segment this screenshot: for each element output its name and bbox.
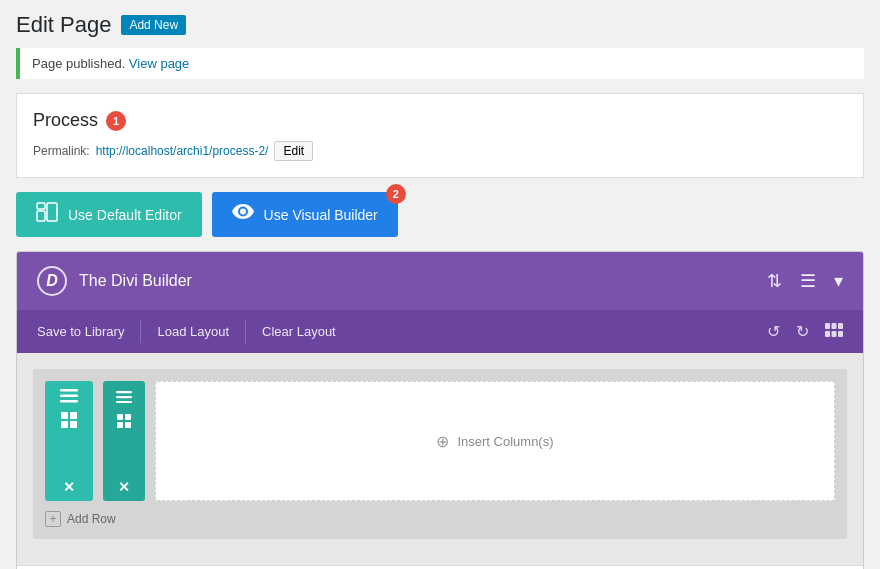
default-editor-label: Use Default Editor [68,207,182,223]
svg-rect-22 [125,422,131,428]
divi-title: The Divi Builder [79,272,192,290]
view-page-link[interactable]: View page [129,56,189,71]
column-block-2: ✕ [103,381,145,501]
svg-rect-6 [825,331,830,337]
svg-rect-13 [70,412,77,419]
column-1-menu-icon[interactable] [60,387,78,408]
svg-rect-1 [37,211,45,221]
post-title: Process [33,110,98,131]
visual-builder-badge: 2 [386,184,406,204]
save-to-library-button[interactable]: Save to Library [37,320,141,343]
svg-rect-0 [37,203,45,209]
column-1-delete-icon[interactable]: ✕ [63,479,75,495]
visual-builder-icon [232,204,254,225]
visual-builder-label: Use Visual Builder [264,207,378,223]
svg-rect-19 [117,414,123,420]
load-layout-button[interactable]: Load Layout [141,320,246,343]
svg-rect-20 [125,414,131,420]
default-editor-button[interactable]: Use Default Editor [16,192,202,237]
add-new-button[interactable]: Add New [121,15,186,35]
divi-header-right: ⇅ ☰ ▾ [767,270,843,292]
svg-rect-5 [838,323,843,329]
grid-layout-icon[interactable] [825,323,843,341]
clear-layout-button[interactable]: Clear Layout [246,320,352,343]
section-row: ✕ [45,381,835,501]
permalink-label: Permalink: [33,144,90,158]
svg-rect-12 [61,412,68,419]
permalink-edit-button[interactable]: Edit [274,141,313,161]
divi-toolbar: Save to Library Load Layout Clear Layout… [17,310,863,353]
svg-rect-17 [116,396,132,398]
add-row-icon: + [45,511,61,527]
svg-rect-18 [116,401,132,403]
svg-rect-8 [838,331,843,337]
add-row-label: Add Row [67,512,116,526]
column-2-module-icon[interactable] [117,412,131,433]
menu-icon[interactable]: ☰ [800,270,816,292]
chevron-down-icon[interactable]: ▾ [834,270,843,292]
default-editor-icon [36,202,58,227]
post-notification-badge: 1 [106,111,126,131]
notice-text: Page published. [32,56,129,71]
post-title-row: Process 1 [33,110,847,131]
permalink-url[interactable]: http://localhost/archi1/process-2/ [96,144,269,158]
builder-buttons: Use Default Editor Use Visual Builder 2 [16,192,864,237]
page-wrapper: Edit Page Add New Page published. View p… [0,0,880,569]
svg-rect-11 [60,400,78,403]
builder-bottom: + Standard Section | Fullwidth Section |… [17,565,863,569]
svg-rect-3 [825,323,830,329]
redo-icon[interactable]: ↻ [796,322,809,341]
column-block-1: ✕ [45,381,93,501]
divi-toolbar-right: ↺ ↻ [767,322,843,341]
svg-rect-21 [117,422,123,428]
visual-builder-button[interactable]: Use Visual Builder 2 [212,192,398,237]
svg-rect-2 [47,203,57,221]
insert-column-text: Insert Column(s) [457,434,553,449]
svg-rect-10 [60,395,78,398]
divi-header: D The Divi Builder ⇅ ☰ ▾ [17,252,863,310]
svg-rect-16 [116,391,132,393]
undo-icon[interactable]: ↺ [767,322,780,341]
divi-logo: D [37,266,67,296]
column-1-module-icon[interactable] [61,412,77,433]
column-2-menu-icon[interactable] [116,387,132,408]
add-row-bar[interactable]: + Add Row [45,511,835,527]
svg-rect-15 [70,421,77,428]
builder-canvas: ✕ [17,353,863,565]
divi-header-left: D The Divi Builder [37,266,192,296]
insert-column-area[interactable]: ⊕ Insert Column(s) [155,381,835,501]
column-2-delete-icon[interactable]: ✕ [118,479,130,495]
permalink-row: Permalink: http://localhost/archi1/proce… [33,141,847,161]
svg-rect-9 [60,389,78,392]
post-edit-box: Process 1 Permalink: http://localhost/ar… [16,93,864,178]
page-title: Edit Page [16,12,111,38]
sort-icon[interactable]: ⇅ [767,270,782,292]
page-header: Edit Page Add New [16,12,864,38]
divi-toolbar-left: Save to Library Load Layout Clear Layout [37,320,352,343]
svg-rect-7 [832,331,837,337]
svg-rect-4 [832,323,837,329]
notice-bar: Page published. View page [16,48,864,79]
section-container: ✕ [33,369,847,539]
divi-builder: D The Divi Builder ⇅ ☰ ▾ Save to Library… [16,251,864,569]
svg-rect-14 [61,421,68,428]
insert-plus-icon: ⊕ [436,432,449,451]
